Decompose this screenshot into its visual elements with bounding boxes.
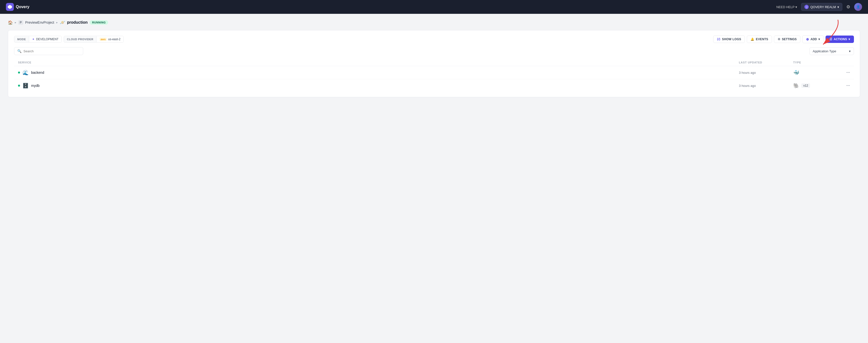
chevron-down-icon: ▾ (848, 37, 850, 41)
project-prefix-badge: P (18, 20, 23, 25)
action-buttons: ⟨/⟩ SHOW LOGS 🔔 EVENTS ⚙ SETTINGS ⊕ ADD … (713, 35, 854, 43)
chevron-down-icon: ▾ (837, 5, 839, 9)
backend-service-name: backend (31, 70, 44, 74)
status-dot-mydb (18, 85, 20, 87)
app-type-select[interactable]: Application Type ▾ (809, 48, 854, 55)
col-actions (838, 61, 850, 64)
mode-tag: MODE ✦ DEVELOPMENT (14, 36, 62, 43)
list-icon: ☰ (830, 37, 832, 41)
mydb-service-name: mydb (31, 84, 39, 88)
aws-icon: aws (99, 37, 107, 41)
navbar-left: Qovery (6, 3, 29, 11)
backend-more-button[interactable]: ··· (846, 70, 850, 75)
table-header: SERVICE LAST UPDATED TYPE (14, 59, 854, 66)
breadcrumb: 🏠 ▸ P PreviewEnvProject ▸ 🪐 production R… (8, 20, 860, 25)
navbar: Qovery NEED HELP ▾ Q QOVERY REALM ▾ ⚙ 👤 (0, 0, 868, 14)
table-row: 🗄️ mydb 3 hours ago 🐘 v12 ··· (14, 79, 854, 92)
mydb-service-icon: 🗄️ (23, 83, 29, 89)
add-button[interactable]: ⊕ ADD ▾ (802, 35, 824, 43)
navbar-right: NEED HELP ▾ Q QOVERY REALM ▾ ⚙ 👤 (776, 3, 862, 11)
services-card: MODE ✦ DEVELOPMENT CLOUD PROVIDER aws us… (8, 30, 860, 97)
search-box: 🔍 (14, 47, 83, 55)
docker-icon: 🐳 (793, 70, 799, 75)
mydb-last-updated: 3 hours ago (739, 84, 793, 88)
chevron-down-icon: ▾ (849, 49, 851, 53)
logo-icon (6, 3, 14, 11)
bell-icon: 🔔 (750, 37, 754, 41)
filter-row: 🔍 Application Type ▾ (14, 47, 854, 55)
avatar[interactable]: 👤 (854, 3, 862, 11)
service-cell-backend: 🌊 backend (18, 70, 739, 75)
provider-tag: CLOUD PROVIDER aws us-east-2 (64, 36, 124, 43)
mydb-more-button[interactable]: ··· (846, 83, 850, 88)
backend-last-updated: 3 hours ago (739, 71, 793, 74)
need-help-button[interactable]: NEED HELP ▾ (776, 5, 797, 9)
plus-circle-icon: ⊕ (806, 37, 809, 41)
backend-service-icon: 🌊 (23, 70, 29, 75)
breadcrumb-separator: ▸ (15, 21, 16, 24)
mode-label: MODE (14, 36, 29, 42)
chevron-down-icon: ▾ (796, 5, 797, 9)
provider-label: CLOUD PROVIDER (64, 36, 96, 42)
mydb-version-badge: v12 (801, 84, 810, 88)
service-cell-mydb: 🗄️ mydb (18, 83, 739, 89)
mode-bar: MODE ✦ DEVELOPMENT CLOUD PROVIDER aws us… (14, 35, 854, 43)
home-icon[interactable]: 🏠 (8, 20, 13, 25)
settings-gear-button[interactable]: ⚙ (846, 4, 850, 10)
provider-value: aws us-east-2 (96, 36, 123, 42)
mode-value: ✦ DEVELOPMENT (29, 36, 61, 42)
gear-icon: ⚙ (846, 4, 850, 10)
table-row: 🌊 backend 3 hours ago 🐳 ··· (14, 66, 854, 79)
status-dot-backend (18, 71, 20, 73)
col-last-updated: LAST UPDATED (739, 61, 793, 64)
mode-bar-left: MODE ✦ DEVELOPMENT CLOUD PROVIDER aws us… (14, 36, 124, 43)
logo-text: Qovery (16, 5, 29, 9)
col-type: TYPE (793, 61, 838, 64)
chevron-down-icon: ▾ (818, 37, 820, 41)
backend-type-cell: 🐳 (793, 70, 838, 75)
code-icon: ⟨/⟩ (717, 37, 720, 41)
realm-button[interactable]: Q QOVERY REALM ▾ (801, 3, 842, 11)
actions-button[interactable]: ☰ ACTIONS ▾ (826, 35, 854, 43)
mydb-type-cell: 🐘 v12 (793, 83, 838, 89)
breadcrumb-separator-2: ▸ (56, 21, 58, 24)
svg-marker-0 (8, 5, 12, 9)
cog-icon: ⚙ (778, 37, 780, 41)
settings-button[interactable]: ⚙ SETTINGS (774, 35, 800, 43)
events-button[interactable]: 🔔 EVENTS (747, 35, 772, 43)
search-icon: 🔍 (17, 49, 22, 53)
show-logs-button[interactable]: ⟨/⟩ SHOW LOGS (713, 35, 745, 43)
status-badge: RUNNING (90, 20, 108, 25)
postgres-icon: 🐘 (793, 83, 799, 89)
env-icon: 🪐 (60, 20, 65, 25)
search-input[interactable] (24, 49, 80, 53)
project-link[interactable]: PreviewEnvProject (25, 21, 54, 25)
realm-icon: Q (804, 5, 809, 9)
development-icon: ✦ (32, 37, 35, 41)
col-service: SERVICE (18, 61, 739, 64)
main-content: 🏠 ▸ P PreviewEnvProject ▸ 🪐 production R… (0, 14, 868, 103)
env-name: production (67, 20, 88, 25)
